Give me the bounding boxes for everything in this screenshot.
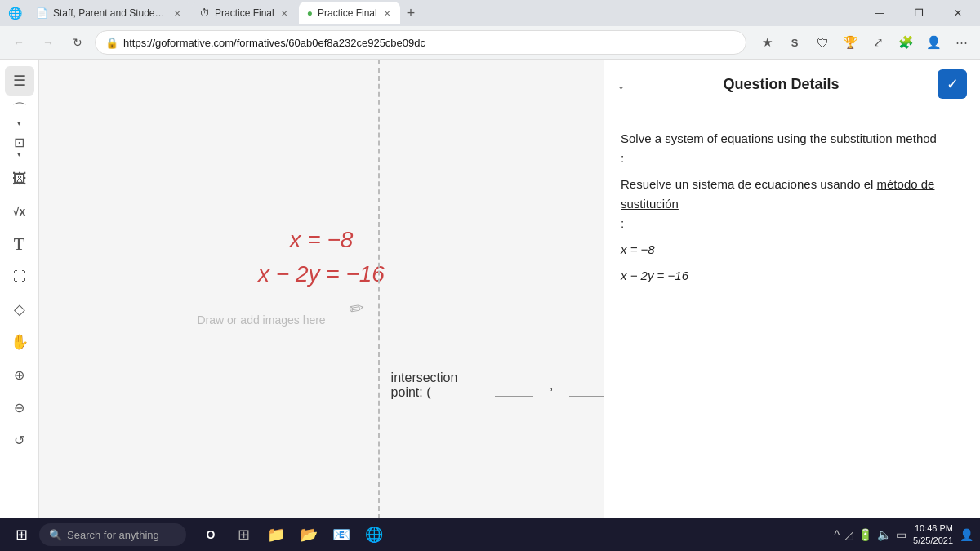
tab-practice-active[interactable]: ● Practice Final ✕: [299, 2, 400, 24]
taskbar-chevron-icon[interactable]: ^: [834, 528, 840, 541]
tab-staff[interactable]: 📄 Staff, Parent and Student Resou... ✕: [28, 2, 190, 24]
taskbar-time-text: 10:46 PM: [913, 522, 953, 535]
canvas-divider: [378, 60, 380, 519]
panel-content: Solve a system of equations using the su…: [604, 109, 980, 312]
right-panel: ↓ Question Details ✓ Solve a system of e…: [604, 60, 980, 519]
start-button[interactable]: ⊞: [7, 520, 36, 549]
hamburger-icon: ☰: [13, 72, 26, 90]
tab-label-staff: Staff, Parent and Student Resou...: [53, 7, 167, 19]
tab-bar: 🌐 📄 Staff, Parent and Student Resou... ✕…: [0, 0, 980, 26]
taskbar-volume-icon[interactable]: 🔈: [877, 528, 891, 541]
tab-close-active[interactable]: ✕: [382, 7, 392, 20]
sqrt-icon: √x: [13, 205, 25, 218]
intersection-input-x[interactable]: [495, 374, 533, 397]
tab-close-p1[interactable]: ✕: [279, 7, 289, 20]
zoom-in-icon: ⊕: [14, 367, 24, 383]
panel-eq2: x − 2y = −16: [621, 266, 964, 286]
draw-hint-text: Draw or add images here: [197, 313, 325, 327]
taskbar-apps: O ⊞ 📁 📂 📧 🌐: [196, 520, 389, 549]
taskbar-notifications-icon[interactable]: 👤: [960, 528, 973, 541]
hand-icon: ✋: [11, 333, 29, 351]
sort-icon[interactable]: ↓: [617, 76, 625, 93]
tab-label-p1: Practice Final: [215, 7, 274, 19]
panel-title: Question Details: [635, 76, 928, 93]
panel-eq1: x = −8: [621, 240, 964, 260]
panel-header: ↓ Question Details ✓: [604, 60, 980, 109]
taskbar-app-cortana[interactable]: O: [196, 520, 225, 549]
share-icon[interactable]: ⤢: [866, 30, 890, 55]
taskbar-app-edge[interactable]: 🌐: [359, 520, 389, 549]
intersection-input-y[interactable]: [569, 374, 604, 397]
tab-close-staff[interactable]: ✕: [172, 7, 182, 20]
taskbar-app-mail[interactable]: 📧: [327, 520, 356, 549]
taskbar-display-icon[interactable]: ▭: [896, 528, 906, 541]
trophy-icon[interactable]: 🏆: [838, 30, 862, 55]
tool-undo[interactable]: ↺: [5, 425, 34, 455]
new-tab-button[interactable]: +: [402, 5, 421, 22]
tool-select[interactable]: ⛶: [5, 262, 34, 291]
tool-hamburger[interactable]: ☰: [5, 66, 34, 96]
taskbar-search-text: Search for anything: [67, 529, 159, 541]
tab-favicon-p1: ⏱: [200, 7, 210, 19]
maximize-button[interactable]: ❐: [900, 0, 938, 26]
extensions-icon[interactable]: 🧩: [893, 30, 918, 55]
window-controls: — ❐ ✕: [861, 0, 977, 26]
intersection-label: intersection point: (: [391, 371, 479, 400]
sidebar-toolbar: ☰ ⌒ ▾ ⊡ ▾ 🖼 √x T ⛶ ◇ ✋ ⊕ ⊖: [0, 60, 39, 519]
taskbar-search[interactable]: 🔍 Search for anything: [39, 523, 186, 546]
undo-icon: ↺: [14, 433, 24, 448]
taskbar-search-icon: 🔍: [49, 529, 62, 541]
lock-icon: 🔒: [105, 37, 118, 49]
zoom-out-icon: ⊖: [14, 400, 24, 415]
taskbar-clock[interactable]: 10:46 PM 5/25/2021: [913, 522, 953, 548]
tool-hand[interactable]: ✋: [5, 327, 34, 357]
taskbar-network-icon[interactable]: ◿: [844, 528, 853, 541]
taskbar-app-files[interactable]: 📂: [294, 520, 323, 549]
forward-button[interactable]: →: [36, 30, 60, 55]
tool-shapes[interactable]: ⊡ ▾: [5, 131, 34, 161]
text-icon: T: [14, 235, 24, 254]
intersection-comma: ,: [550, 378, 553, 393]
taskbar-battery-icon[interactable]: 🔋: [858, 528, 872, 541]
minimize-button[interactable]: —: [861, 0, 898, 26]
edge-icon[interactable]: 🌐: [3, 2, 26, 24]
tool-zoom-out[interactable]: ⊖: [5, 393, 34, 422]
tool-sqrt[interactable]: √x: [5, 197, 34, 226]
shapes-dropdown: ▾: [17, 150, 21, 158]
profile-icon[interactable]: 👤: [921, 30, 946, 55]
canvas-area[interactable]: x = −8 x − 2y = −16 ✏ Draw or add images…: [39, 60, 604, 519]
browser-chrome: 🌐 📄 Staff, Parent and Student Resou... ✕…: [0, 0, 980, 60]
tool-zoom-in[interactable]: ⊕: [5, 360, 34, 389]
tool-text[interactable]: T: [5, 229, 34, 259]
tool-eraser[interactable]: ◇: [5, 295, 34, 324]
url-text: https://goformative.com/formatives/60ab0…: [123, 37, 736, 49]
taskbar: ⊞ 🔍 Search for anything O ⊞ 📁 📂 📧 🌐 ^ ◿ …: [0, 518, 980, 551]
tab-label-active: Practice Final: [318, 7, 377, 19]
image-icon: 🖼: [12, 171, 27, 188]
main-area: ☰ ⌒ ▾ ⊡ ▾ 🖼 √x T ⛶ ◇ ✋ ⊕ ⊖: [0, 60, 980, 519]
tab-practice1[interactable]: ⏱ Practice Final ✕: [192, 2, 297, 24]
s-icon[interactable]: S: [782, 30, 807, 55]
more-icon[interactable]: ⋯: [949, 30, 973, 55]
tool-image[interactable]: 🖼: [5, 164, 34, 193]
tab-favicon-active: ●: [307, 7, 313, 19]
taskbar-date-text: 5/25/2021: [913, 535, 953, 547]
instruction-en-link: substitution method: [831, 131, 937, 145]
refresh-button[interactable]: ↻: [65, 30, 90, 55]
check-button[interactable]: ✓: [938, 69, 967, 99]
close-button[interactable]: ✕: [939, 0, 977, 26]
select-icon: ⛶: [13, 269, 26, 284]
browser-toolbar-icons: ★ S 🛡 🏆 ⤢ 🧩 👤 ⋯: [755, 30, 973, 55]
taskbar-app-explorer[interactable]: 📁: [261, 520, 291, 549]
instruction-spanish: Resuelve un sistema de ecuaciones usando…: [621, 175, 964, 233]
url-box[interactable]: 🔒 https://goformative.com/formatives/60a…: [95, 30, 746, 55]
tool-brush[interactable]: ⌒ ▾: [5, 99, 34, 128]
taskbar-app-taskview[interactable]: ⊞: [229, 520, 258, 549]
shapes-icon: ⊡: [14, 135, 24, 150]
favorites-icon[interactable]: ★: [755, 30, 779, 55]
instruction-es-part1: Resuelve un sistema de ecuaciones usando…: [621, 177, 877, 191]
brush-dropdown: ▾: [17, 119, 21, 127]
intersection-row: intersection point: ( , ): [378, 371, 604, 400]
back-button[interactable]: ←: [7, 30, 31, 55]
shield-icon[interactable]: 🛡: [810, 30, 835, 55]
